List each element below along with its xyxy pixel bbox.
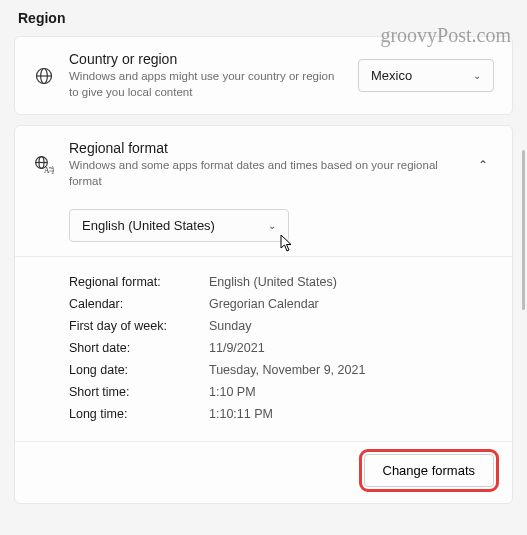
country-region-card: Country or region Windows and apps might… (14, 36, 513, 115)
detail-label: First day of week: (69, 319, 209, 333)
detail-label: Short date: (69, 341, 209, 355)
regional-selected-value: English (United States) (82, 218, 215, 233)
detail-row: Long time:1:10:11 PM (69, 403, 494, 425)
detail-row: Long date:Tuesday, November 9, 2021 (69, 359, 494, 381)
country-sub: Windows and apps might use your country … (69, 69, 344, 100)
detail-value: Sunday (209, 319, 251, 333)
detail-value: 1:10:11 PM (209, 407, 273, 421)
change-formats-button[interactable]: Change formats (364, 454, 495, 487)
country-heading: Country or region (69, 51, 344, 67)
collapse-toggle[interactable]: ⌃ (472, 158, 494, 172)
scrollbar[interactable] (522, 150, 525, 310)
chevron-down-icon: ⌄ (473, 70, 481, 81)
detail-row: Short date:11/9/2021 (69, 337, 494, 359)
detail-value: Gregorian Calendar (209, 297, 319, 311)
chevron-down-icon: ⌄ (268, 220, 276, 231)
detail-value: 1:10 PM (209, 385, 256, 399)
regional-heading: Regional format (69, 140, 458, 156)
globe-icon (33, 66, 55, 86)
page-title: Region (18, 10, 513, 26)
regional-format-card: A字 Regional format Windows and some apps… (14, 125, 513, 504)
format-details: Regional format:English (United States) … (15, 257, 512, 441)
cursor-icon (280, 234, 294, 255)
detail-label: Long date: (69, 363, 209, 377)
detail-label: Calendar: (69, 297, 209, 311)
detail-row: Regional format:English (United States) (69, 271, 494, 293)
country-selected-value: Mexico (371, 68, 412, 83)
detail-label: Long time: (69, 407, 209, 421)
language-icon: A字 (33, 155, 55, 175)
svg-text:A字: A字 (44, 166, 54, 175)
detail-label: Regional format: (69, 275, 209, 289)
country-select[interactable]: Mexico ⌄ (358, 59, 494, 92)
detail-row: Calendar:Gregorian Calendar (69, 293, 494, 315)
detail-value: 11/9/2021 (209, 341, 265, 355)
detail-row: Short time:1:10 PM (69, 381, 494, 403)
chevron-up-icon: ⌃ (478, 158, 488, 172)
regional-sub: Windows and some apps format dates and t… (69, 158, 458, 189)
detail-row: First day of week:Sunday (69, 315, 494, 337)
detail-value: English (United States) (209, 275, 337, 289)
detail-label: Short time: (69, 385, 209, 399)
detail-value: Tuesday, November 9, 2021 (209, 363, 365, 377)
regional-format-select[interactable]: English (United States) ⌄ (69, 209, 289, 242)
